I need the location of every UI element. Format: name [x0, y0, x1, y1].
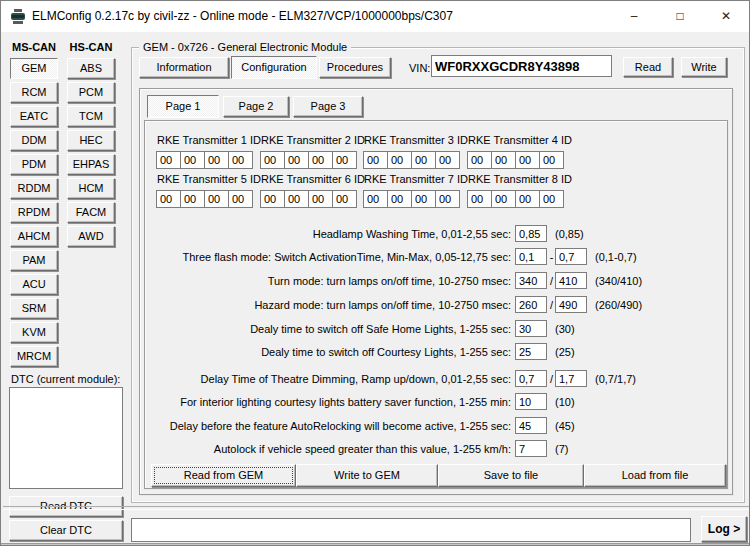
param-default: (340/410) — [595, 275, 642, 287]
sidebar-item-facm[interactable]: FACM — [67, 202, 115, 223]
rke-2-byte-3[interactable] — [308, 151, 333, 169]
param-label: Dealy time to switch off Safe Home Light… — [250, 323, 511, 335]
sidebar-item-abs[interactable]: ABS — [67, 58, 115, 79]
param-row-safe-home-lights: Dealy time to switch off Safe Home Light… — [145, 320, 727, 338]
turn-off-time-input[interactable] — [555, 272, 587, 289]
param-row-courtesy-lights: Dealy time to switch off Courtesy Lights… — [145, 343, 727, 361]
rke-8-byte-2[interactable] — [491, 190, 516, 208]
rke-8-byte-3[interactable] — [515, 190, 540, 208]
rke-4-byte-2[interactable] — [491, 151, 516, 169]
rke-5-byte-1[interactable] — [156, 190, 181, 208]
sidebar-item-pam[interactable]: PAM — [10, 250, 58, 271]
sidebar-item-hec[interactable]: HEC — [67, 130, 115, 151]
rke-6-byte-4[interactable] — [332, 190, 357, 208]
tab-page-1[interactable]: Page 1 — [147, 95, 219, 118]
vin-write-button[interactable]: Write — [681, 57, 727, 77]
rke-6-byte-1[interactable] — [260, 190, 285, 208]
rke-7-byte-3[interactable] — [411, 190, 436, 208]
minimize-button[interactable]: – — [611, 1, 657, 32]
sidebar-item-eatc[interactable]: EATC — [10, 106, 58, 127]
autorelocking-delay-input[interactable] — [515, 417, 547, 434]
tab-configuration[interactable]: Configuration — [231, 56, 317, 79]
rke-5-label: RKE Transmitter 5 ID — [157, 173, 261, 185]
sidebar-item-pdm[interactable]: PDM — [10, 154, 58, 175]
sidebar-item-kvm[interactable]: KVM — [10, 322, 58, 343]
rke-3-byte-1[interactable] — [363, 151, 388, 169]
sidebar-item-pcm[interactable]: PCM — [67, 82, 115, 103]
rke-2-byte-1[interactable] — [260, 151, 285, 169]
rke-5-byte-3[interactable] — [204, 190, 229, 208]
param-label: Autolock if vehicle speed greater than t… — [214, 443, 511, 455]
sidebar-item-awd[interactable]: AWD — [67, 226, 115, 247]
rke-1-label: RKE Transmitter 1 ID — [157, 134, 261, 146]
rke-3-byte-2[interactable] — [387, 151, 412, 169]
rke-7-byte-1[interactable] — [363, 190, 388, 208]
param-default: (10) — [555, 396, 575, 408]
sidebar-item-acu[interactable]: ACU — [10, 274, 58, 295]
dtc-list[interactable] — [9, 387, 123, 489]
rke-7-byte-2[interactable] — [387, 190, 412, 208]
theatre-dimming-down-input[interactable] — [555, 370, 587, 387]
sidebar-item-ddm[interactable]: DDM — [10, 130, 58, 151]
rke-6-byte-3[interactable] — [308, 190, 333, 208]
rke-1-byte-4[interactable] — [228, 151, 253, 169]
rke-8-byte-4[interactable] — [539, 190, 564, 208]
hazard-on-time-input[interactable] — [515, 296, 547, 313]
rke-2-byte-2[interactable] — [284, 151, 309, 169]
rke-4-byte-3[interactable] — [515, 151, 540, 169]
rke-4-byte-1[interactable] — [467, 151, 492, 169]
maximize-button[interactable]: □ — [657, 1, 703, 32]
rke-6-label: RKE Transmitter 6 ID — [261, 173, 365, 185]
sidebar-item-rcm[interactable]: RCM — [10, 82, 58, 103]
sidebar-item-hcm[interactable]: HCM — [67, 178, 115, 199]
log-line-field[interactable] — [131, 518, 691, 542]
param-separator: / — [548, 299, 555, 311]
three-flash-max-input[interactable] — [555, 248, 587, 265]
rke-7-byte-4[interactable] — [435, 190, 460, 208]
rke-8-byte-1[interactable] — [467, 190, 492, 208]
tab-page-3[interactable]: Page 3 — [293, 96, 363, 117]
write-to-gem-button[interactable]: Write to GEM — [296, 464, 438, 487]
sidebar-item-ahcm[interactable]: AHCM — [10, 226, 58, 247]
three-flash-min-input[interactable] — [515, 248, 547, 265]
load-from-file-button[interactable]: Load from file — [584, 464, 726, 487]
bottom-divider — [3, 506, 749, 510]
rke-1-byte-3[interactable] — [204, 151, 229, 169]
sidebar-item-mrcm[interactable]: MRCM — [10, 346, 58, 367]
save-to-file-button[interactable]: Save to file — [438, 464, 584, 487]
sidebar-item-ehpas[interactable]: EHPAS — [67, 154, 115, 175]
rke-3-label: RKE Transmitter 3 ID — [364, 134, 468, 146]
rke-5-byte-2[interactable] — [180, 190, 205, 208]
vin-input[interactable] — [431, 55, 612, 77]
vin-read-button[interactable]: Read — [623, 57, 673, 77]
rke-3-byte-3[interactable] — [411, 151, 436, 169]
rke-1-byte-1[interactable] — [156, 151, 181, 169]
rke-5-byte-4[interactable] — [228, 190, 253, 208]
log-toggle-button[interactable]: Log > — [701, 516, 747, 542]
sidebar-item-srm[interactable]: SRM — [10, 298, 58, 319]
courtesy-lights-input[interactable] — [515, 343, 547, 360]
headlamp-washing-input[interactable] — [515, 225, 547, 242]
autolock-speed-input[interactable] — [515, 440, 547, 457]
param-row-three-flash: Three flash mode: Switch ActivationTime,… — [145, 248, 727, 266]
sidebar-item-tcm[interactable]: TCM — [67, 106, 115, 127]
tab-procedures[interactable]: Procedures — [319, 57, 391, 78]
rke-3-byte-4[interactable] — [435, 151, 460, 169]
hazard-off-time-input[interactable] — [555, 296, 587, 313]
rke-6-byte-2[interactable] — [284, 190, 309, 208]
clear-dtc-button[interactable]: Clear DTC — [9, 520, 123, 541]
sidebar-item-rddm[interactable]: RDDM — [10, 178, 58, 199]
battery-saver-input[interactable] — [515, 393, 547, 410]
close-button[interactable]: ✕ — [703, 1, 749, 32]
rke-4-byte-4[interactable] — [539, 151, 564, 169]
read-from-gem-button[interactable]: Read from GEM — [151, 464, 296, 487]
turn-on-time-input[interactable] — [515, 272, 547, 289]
safe-home-lights-input[interactable] — [515, 320, 547, 337]
theatre-dimming-up-input[interactable] — [515, 370, 547, 387]
tab-information[interactable]: Information — [139, 57, 229, 78]
sidebar-item-rpdm[interactable]: RPDM — [10, 202, 58, 223]
tab-page-2[interactable]: Page 2 — [223, 96, 289, 117]
rke-2-byte-4[interactable] — [332, 151, 357, 169]
sidebar-item-gem[interactable]: GEM — [10, 58, 58, 79]
rke-1-byte-2[interactable] — [180, 151, 205, 169]
